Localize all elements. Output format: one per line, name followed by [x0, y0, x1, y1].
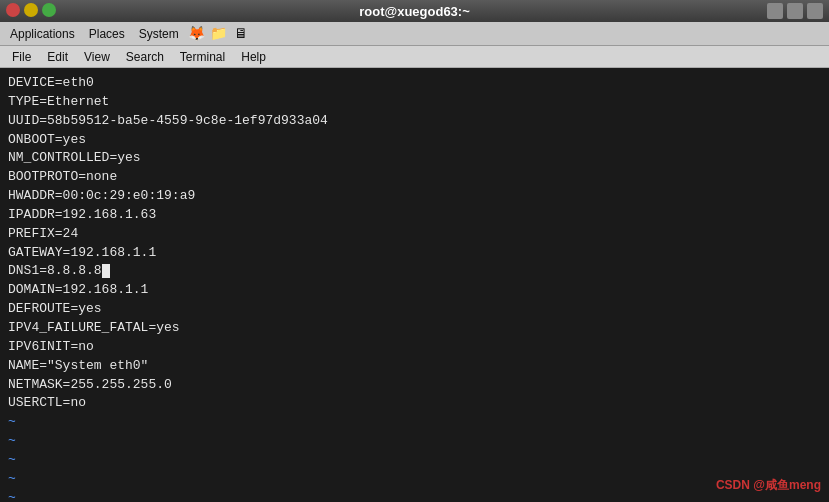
- title-icon-1: [767, 3, 783, 19]
- line-domain: DOMAIN=192.168.1.1: [8, 281, 821, 300]
- line-nm-controlled: NM_CONTROLLED=yes: [8, 149, 821, 168]
- maximize-button[interactable]: [42, 3, 56, 17]
- close-button[interactable]: [6, 3, 20, 17]
- line-onboot: ONBOOT=yes: [8, 131, 821, 150]
- line-uuid: UUID=58b59512-ba5e-4559-9c8e-1ef97d933a0…: [8, 112, 821, 131]
- menu-search[interactable]: Search: [118, 48, 172, 66]
- tilde-3: ~: [8, 451, 821, 470]
- menu-terminal[interactable]: Terminal: [172, 48, 233, 66]
- line-prefix: PREFIX=24: [8, 225, 821, 244]
- terminal-content[interactable]: DEVICE=eth0 TYPE=Ethernet UUID=58b59512-…: [0, 68, 829, 502]
- menu-file[interactable]: File: [4, 48, 39, 66]
- tilde-4: ~: [8, 470, 821, 489]
- title-icon-3: [807, 3, 823, 19]
- appbar-places[interactable]: Places: [83, 25, 131, 43]
- appbar-system[interactable]: System: [133, 25, 185, 43]
- line-ipv6init: IPV6INIT=no: [8, 338, 821, 357]
- line-netmask: NETMASK=255.255.255.0: [8, 376, 821, 395]
- window-controls[interactable]: [6, 3, 56, 17]
- line-ipaddr: IPADDR=192.168.1.63: [8, 206, 821, 225]
- firefox-icon[interactable]: 🦊: [187, 24, 207, 44]
- line-dns1: DNS1=8.8.8.8: [8, 262, 821, 281]
- text-cursor: [102, 264, 110, 278]
- window-title: root@xuegod63:~: [359, 4, 470, 19]
- line-userctl: USERCTL=no: [8, 394, 821, 413]
- line-gateway: GATEWAY=192.168.1.1: [8, 244, 821, 263]
- title-bar: root@xuegod63:~: [0, 0, 829, 22]
- title-icon-2: [787, 3, 803, 19]
- line-type: TYPE=Ethernet: [8, 93, 821, 112]
- tilde-5: ~: [8, 489, 821, 502]
- appbar-applications[interactable]: Applications: [4, 25, 81, 43]
- folder-icon[interactable]: 📁: [209, 24, 229, 44]
- menu-edit[interactable]: Edit: [39, 48, 76, 66]
- menu-bar: File Edit View Search Terminal Help: [0, 46, 829, 68]
- menu-help[interactable]: Help: [233, 48, 274, 66]
- app-bar: Applications Places System 🦊 📁 🖥: [0, 22, 829, 46]
- line-device: DEVICE=eth0: [8, 74, 821, 93]
- line-hwaddr: HWADDR=00:0c:29:e0:19:a9: [8, 187, 821, 206]
- watermark: CSDN @咸鱼meng: [716, 477, 821, 494]
- title-bar-right-icons: [767, 3, 823, 19]
- terminal-icon[interactable]: 🖥: [231, 24, 251, 44]
- menu-view[interactable]: View: [76, 48, 118, 66]
- line-ipv4-fatal: IPV4_FAILURE_FATAL=yes: [8, 319, 821, 338]
- line-defroute: DEFROUTE=yes: [8, 300, 821, 319]
- line-name: NAME="System eth0": [8, 357, 821, 376]
- line-bootproto: BOOTPROTO=none: [8, 168, 821, 187]
- tilde-2: ~: [8, 432, 821, 451]
- tilde-1: ~: [8, 413, 821, 432]
- minimize-button[interactable]: [24, 3, 38, 17]
